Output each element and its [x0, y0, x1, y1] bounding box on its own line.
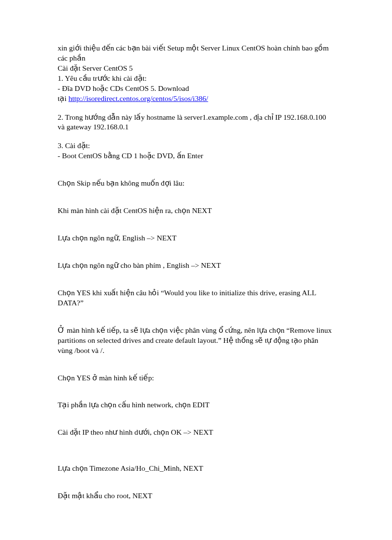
spacer	[58, 188, 334, 206]
intro-paragraph: xin giới thiệu đến các bạn bài viết Setu…	[58, 43, 334, 63]
install-heading: 3. Cài đặt:	[58, 141, 334, 151]
skip-line: Chọn Skip nếu bạn không muốn đợi lâu:	[58, 178, 334, 188]
yes-next-screen-line: Chọn YES ở màn hình kế tiếp:	[58, 373, 334, 383]
boot-line: - Boot CentOS bằng CD 1 hoặc DVD, ấn Ent…	[58, 151, 334, 161]
spacer	[58, 132, 334, 141]
spacer	[58, 474, 334, 491]
spacer	[58, 243, 334, 261]
spacer	[58, 161, 334, 178]
spacer	[58, 356, 334, 373]
requirements-heading: 1. Yêu cầu trước khi cài đặt:	[58, 74, 334, 84]
download-link-line: tại http://isoredirect.centos.org/centos…	[58, 94, 334, 104]
title-line: Cài đặt Server CentOS 5	[58, 63, 334, 74]
language-line: Lựa chọn ngôn ngữ, English –> NEXT	[58, 233, 334, 243]
spacer	[58, 271, 334, 288]
initialize-drive-line: Chọn YES khi xuất hiện câu hỏi “Would yo…	[58, 288, 334, 308]
hostname-paragraph: 2. Trong hướng dẫn này lấy hostname là s…	[58, 113, 334, 133]
next-line: Khi màn hình cài đặt CentOS hiện ra, chọ…	[58, 206, 334, 216]
root-password-line: Đặt mật khẩu cho root, NEXT	[58, 491, 334, 501]
spacer	[58, 216, 334, 233]
document-page: xin giới thiệu đến các bạn bài viết Setu…	[0, 0, 392, 540]
partition-paragraph: Ở màn hình kế tiếp, ta sẽ lựa chọn việc …	[58, 326, 334, 356]
dvd-line: - Đĩa DVD hoặc CDs CentOS 5. Download	[58, 84, 334, 94]
spacer	[58, 104, 334, 113]
keyboard-language-line: Lựa chọn ngôn ngữ cho bàn phím , English…	[58, 261, 334, 271]
timezone-line: Lựa chọn Timezone Asia/Ho_Chi_Minh, NEXT	[58, 464, 334, 474]
spacer	[58, 410, 334, 427]
spacer	[58, 455, 334, 464]
link-prefix: tại	[58, 94, 69, 102]
spacer	[58, 383, 334, 400]
network-edit-line: Tại phần lựa chọn cấu hình network, chọn…	[58, 400, 334, 410]
download-link[interactable]: http://isoredirect.centos.org/centos/5/i…	[69, 94, 208, 102]
spacer	[58, 438, 334, 455]
ip-config-line: Cài đặt IP theo như hình dưới, chọn OK –…	[58, 427, 334, 438]
spacer	[58, 308, 334, 326]
